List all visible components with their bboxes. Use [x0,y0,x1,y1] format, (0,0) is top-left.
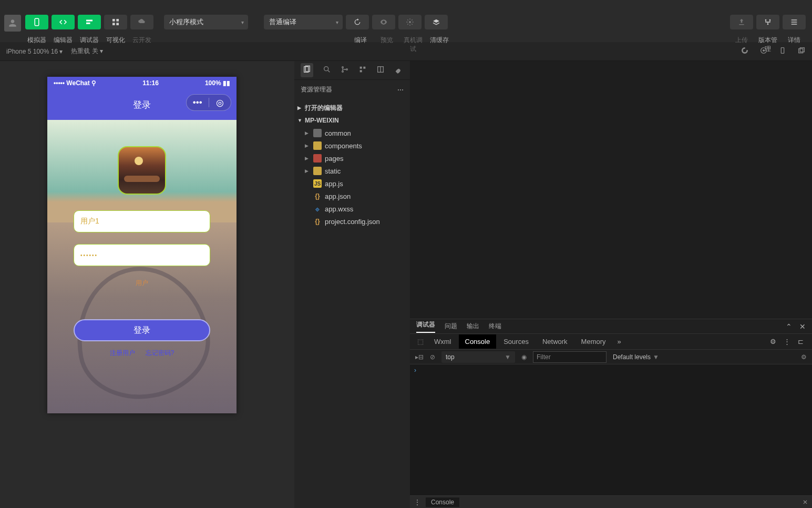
password-input[interactable]: •••••• [74,244,210,266]
project-section[interactable]: ▼ MP-WEIXIN [294,114,410,127]
debugger-toggle[interactable] [78,15,101,29]
console-prompt: › [414,367,416,374]
compile-label: 编译 [349,36,372,54]
clear-console-icon[interactable]: ⊘ [430,353,435,361]
file-project-config[interactable]: {} project.config.json [294,215,410,228]
details-button[interactable] [783,15,806,29]
console-sidebar-icon[interactable]: ▸⊟ [415,353,424,361]
drawer-close-icon[interactable]: ✕ [803,499,808,506]
simulator-toggle[interactable] [25,15,48,29]
panel-tab-wxml[interactable]: Wxml [428,334,458,349]
user-avatar[interactable] [4,15,21,32]
panel-tab-console[interactable]: Console [459,334,497,349]
refresh-icon[interactable] [741,46,749,56]
dock-icon[interactable]: ⊏ [798,338,804,346]
svg-rect-22 [360,67,362,69]
svg-rect-14 [799,49,803,53]
forgot-password-link[interactable]: 忘记密码? [146,349,174,358]
preview-button[interactable] [372,15,395,29]
devtools-tab-problems[interactable]: 问题 [445,322,457,331]
register-link[interactable]: 注册用户 [110,349,135,358]
debugger-label: 调试器 [78,36,101,45]
preview-label: 预览 [375,36,398,54]
folder-components[interactable]: ▶ components [294,139,410,152]
folder-pages[interactable]: ▶ pages [294,152,410,165]
upload-button[interactable] [730,15,753,29]
devtools-tab-debugger[interactable]: 调试器 [416,320,435,333]
folder-static[interactable]: ▶ static [294,165,410,177]
devtools-collapse-icon[interactable]: ⌃ [786,322,792,331]
remote-debug-button[interactable] [398,15,422,29]
simulator-label: 模拟器 [25,36,48,45]
visualize-button[interactable] [104,15,127,29]
console-settings-icon[interactable]: ⚙ [801,353,807,361]
layout-view-icon[interactable] [376,65,385,75]
console-filter-input[interactable]: Filter [533,351,607,363]
more-tabs-icon[interactable]: » [613,338,625,346]
search-view-icon[interactable] [323,65,331,75]
drawer-kebab-icon[interactable]: ⋮ [414,499,420,506]
device-icon[interactable] [778,46,787,56]
svg-rect-4 [116,19,119,22]
panel-tab-network[interactable]: Network [536,334,574,349]
login-button[interactable]: 登录 [74,319,210,341]
nav-title: 登录 [133,99,151,111]
version-control-button[interactable] [756,15,779,29]
stop-icon[interactable] [759,46,768,56]
svg-point-19 [342,67,344,68]
extensions-view-icon[interactable] [358,65,367,75]
explorer-more-icon[interactable]: ⋯ [397,86,404,94]
svg-point-8 [765,19,767,21]
editor-label: 编辑器 [52,36,75,45]
svg-rect-3 [112,19,115,22]
file-app-json[interactable]: {} app.json [294,190,410,202]
git-view-icon[interactable] [341,65,349,75]
devtools-close-icon[interactable]: ✕ [799,322,806,331]
login-avatar-image [118,146,166,195]
panel-tab-sources[interactable]: Sources [497,334,535,349]
clear-cache-label: 清缓存 [428,36,451,54]
explorer-title: 资源管理器 [301,85,332,94]
compile-mode-dropdown[interactable]: 普通编译 [264,15,343,29]
explorer-pane: 资源管理器 ⋯ ▶ 打开的编辑器 ▼ MP-WEIXIN ▶ common ▶ … [294,61,410,508]
folder-common[interactable]: ▶ common [294,127,410,139]
device-selector[interactable]: iPhone 5 100% 16 ▾ [6,48,63,55]
svg-point-7 [409,21,411,23]
open-editors-section[interactable]: ▶ 打开的编辑器 [294,101,410,114]
context-selector[interactable]: top▼ [441,351,515,363]
capsule-close-button[interactable]: ◎ [209,97,231,108]
battery-label: 100% ▮▮ [205,79,230,87]
popout-icon[interactable] [797,46,806,56]
phone-simulator: ••••• WeChat ⚲ 11:16 100% ▮▮ 登录 ••• ◎ [47,77,237,413]
panel-tab-memory[interactable]: Memory [575,334,612,349]
user-hint: 用户 [136,279,148,288]
app-mode-dropdown[interactable]: 小程序模式 [164,15,248,29]
drawer-tab-console[interactable]: Console [426,497,459,507]
username-input[interactable]: 用户1 [74,210,210,232]
svg-point-18 [324,67,328,71]
hot-reload-toggle[interactable]: 热重载 关 ▾ [71,47,103,56]
settings-icon[interactable]: ⚙ [770,338,776,346]
clear-cache-button[interactable] [425,15,448,29]
files-view-icon[interactable] [301,63,313,77]
file-app-wxss[interactable]: ⟐ app.wxss [294,202,410,215]
capsule-menu: ••• ◎ [186,94,231,111]
editor-toggle[interactable] [52,15,75,29]
cloud-dev-button[interactable] [130,15,153,29]
carrier-label: ••••• WeChat ⚲ [54,79,96,87]
svg-point-9 [769,19,771,21]
svg-rect-0 [35,18,39,26]
log-level-selector[interactable]: Default levels▼ [613,353,659,361]
svg-rect-5 [112,23,115,25]
devtools-tab-terminal[interactable]: 终端 [489,322,501,331]
compile-button[interactable] [346,15,369,29]
console-body[interactable]: › [410,364,812,495]
inspect-icon[interactable]: ⬚ [414,338,427,346]
kebab-icon[interactable]: ⋮ [784,338,790,346]
live-expression-icon[interactable]: ◉ [521,353,527,361]
file-app-js[interactable]: JS app.js [294,177,410,190]
capsule-more-button[interactable]: ••• [187,97,209,108]
devtools-tab-output[interactable]: 输出 [467,322,479,331]
build-view-icon[interactable] [394,65,403,75]
cloud-label: 云开发 [130,36,153,45]
